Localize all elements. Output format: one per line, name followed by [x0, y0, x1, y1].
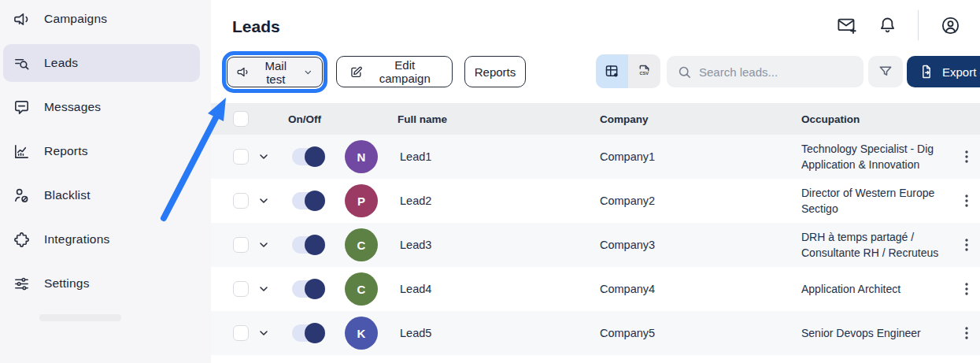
- table-row: C Lead3 Company3 DRH à temps partagé / C…: [211, 223, 980, 267]
- lead-occupation: Technology Specialist - Dig Application …: [801, 141, 951, 172]
- sliders-icon: [13, 275, 31, 293]
- avatar: P: [345, 184, 378, 217]
- search-box: [667, 56, 864, 87]
- sidebar-item-label: Leads: [44, 56, 78, 70]
- bell-icon[interactable]: [877, 15, 898, 36]
- campaign-selector-button[interactable]: Mail test: [227, 57, 323, 87]
- leads-page: Campaigns Leads Messages Reports Blackli…: [0, 0, 980, 363]
- sidebar-item-label: Campaigns: [44, 12, 107, 26]
- row-checkbox[interactable]: [233, 281, 249, 297]
- edit-campaign-label: Edit campaign: [370, 58, 439, 85]
- lead-on-off-toggle[interactable]: [292, 148, 324, 165]
- lead-company: Company2: [600, 194, 655, 207]
- bar-chart-icon: [13, 143, 31, 161]
- row-menu-button[interactable]: [957, 278, 976, 300]
- occupation-line: Technology Specialist - Dig: [801, 141, 951, 157]
- occupation-line: Application & Innovation: [801, 157, 951, 172]
- table-view-button[interactable]: [596, 54, 628, 88]
- row-expand-chevron-icon[interactable]: [257, 327, 270, 339]
- avatar-initial: P: [357, 194, 365, 208]
- avatar-initial: C: [357, 239, 366, 252]
- sidebar-item-messages[interactable]: Messages: [3, 88, 200, 126]
- lead-name: Lead3: [400, 239, 431, 251]
- filter-button[interactable]: [868, 56, 903, 87]
- campaign-selector-label: Mail test: [256, 59, 295, 86]
- export-data-button[interactable]: Export data: [907, 56, 980, 87]
- sidebar-item-settings[interactable]: Settings: [3, 265, 200, 302]
- row-menu-button[interactable]: [957, 234, 976, 256]
- row-checkbox[interactable]: [233, 325, 249, 341]
- sidebar-item-campaigns[interactable]: Campaigns: [3, 0, 200, 38]
- lead-company: Company4: [600, 283, 655, 295]
- kebab-menu-icon: [960, 237, 973, 253]
- row-expand-chevron-icon[interactable]: [257, 239, 270, 251]
- avatar-initial: K: [357, 327, 366, 340]
- row-expand-chevron-icon[interactable]: [257, 283, 270, 295]
- select-all-checkbox[interactable]: [233, 111, 249, 127]
- sidebar: Campaigns Leads Messages Reports Blackli…: [0, 0, 211, 363]
- kebab-menu-icon: [960, 193, 973, 209]
- table-settings-icon: [604, 63, 620, 80]
- csv-file-icon: CSV: [636, 63, 653, 80]
- toggle-knob: [305, 191, 325, 211]
- lead-occupation: Director of Western Europe Sectigo: [801, 185, 951, 217]
- sidebar-item-blacklist[interactable]: Blacklist: [3, 176, 200, 214]
- funnel-icon: [878, 64, 893, 80]
- toggle-knob: [305, 279, 325, 299]
- page-title: Leads: [232, 17, 280, 36]
- kebab-menu-icon: [960, 325, 973, 341]
- view-toggle: CSV: [596, 54, 660, 88]
- reports-button[interactable]: Reports: [464, 56, 526, 87]
- lead-name: Lead4: [400, 283, 431, 295]
- mail-plus-icon[interactable]: [836, 15, 857, 36]
- sidebar-item-integrations[interactable]: Integrations: [3, 220, 200, 258]
- lead-occupation: DRH à temps partagé / Consultante RH / R…: [801, 229, 951, 261]
- table-header: On/Off Full name Company Occupation: [211, 103, 980, 135]
- lead-company: Company1: [600, 150, 655, 163]
- avatar: N: [345, 140, 378, 173]
- export-data-label: Export data: [942, 65, 980, 79]
- row-checkbox[interactable]: [233, 193, 249, 209]
- sidebar-item-label: Integrations: [44, 232, 109, 246]
- row-expand-chevron-icon[interactable]: [257, 150, 270, 163]
- table-row: P Lead2 Company2 Director of Western Eur…: [211, 179, 980, 223]
- csv-view-button[interactable]: CSV: [628, 54, 660, 88]
- toggle-knob: [305, 323, 325, 343]
- row-checkbox[interactable]: [233, 149, 249, 165]
- occupation-line: Sectigo: [801, 201, 951, 217]
- lead-on-off-toggle[interactable]: [292, 280, 324, 298]
- row-expand-chevron-icon[interactable]: [257, 194, 270, 207]
- edit-campaign-button[interactable]: Edit campaign: [336, 56, 453, 87]
- profile-icon[interactable]: [940, 15, 961, 36]
- lead-name: Lead2: [400, 194, 431, 207]
- megaphone-icon: [236, 65, 250, 80]
- column-header-full-name: Full name: [398, 113, 447, 125]
- sidebar-item-reports[interactable]: Reports: [3, 132, 200, 170]
- row-menu-button[interactable]: [957, 322, 976, 344]
- avatar: C: [345, 228, 378, 261]
- megaphone-icon: [13, 10, 31, 28]
- search-input[interactable]: [699, 65, 841, 79]
- row-menu-button[interactable]: [957, 146, 976, 168]
- kebab-menu-icon: [960, 281, 973, 297]
- message-icon: [13, 98, 31, 117]
- lead-on-off-toggle[interactable]: [292, 236, 324, 254]
- table-row: C Lead4 Company4 Application Architect: [211, 267, 980, 311]
- avatar-initial: C: [357, 283, 366, 296]
- sidebar-item-leads[interactable]: Leads: [3, 44, 200, 82]
- user-block-icon: [13, 187, 31, 205]
- lead-company: Company3: [600, 239, 655, 251]
- sidebar-item-label: Reports: [44, 144, 88, 158]
- lead-on-off-toggle[interactable]: [292, 324, 324, 342]
- row-menu-button[interactable]: [957, 190, 976, 212]
- lead-on-off-toggle[interactable]: [292, 192, 324, 209]
- occupation-line: Application Architect: [801, 281, 951, 297]
- occupation-line: Director of Western Europe: [801, 185, 951, 201]
- sidebar-item-label: Messages: [44, 100, 101, 114]
- kebab-menu-icon: [960, 149, 973, 165]
- occupation-line: Senior Devops Engineer: [801, 325, 951, 341]
- puzzle-icon: [13, 231, 31, 249]
- column-header-occupation: Occupation: [801, 113, 860, 125]
- row-checkbox[interactable]: [233, 237, 249, 253]
- svg-text:CSV: CSV: [639, 71, 649, 76]
